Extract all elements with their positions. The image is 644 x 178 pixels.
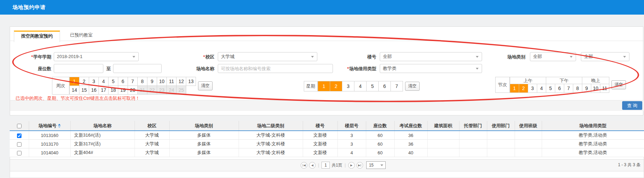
table-header-10[interactable]: 建筑面积 [427,121,459,131]
weekday-cell-7[interactable]: 7 [391,81,403,91]
table-header-6[interactable]: 楼号 [303,121,337,131]
building-label: 楼号 [345,52,376,62]
sort-icon[interactable] [58,124,61,128]
building-select[interactable]: 全部 [380,52,482,61]
row-checkbox[interactable] [17,151,22,155]
weekday-grid: 1234567 [318,81,403,91]
week-cell-18[interactable]: 18 [109,86,118,95]
campus-select[interactable]: 大学城 [218,52,317,61]
week-cell-16[interactable]: 16 [89,86,99,95]
table-cell: 3 [337,131,366,140]
table-header-2[interactable]: 场地名称 [70,121,135,131]
week-cell-24: 24 [167,86,177,95]
weekday-selector-label: 星期 [304,81,318,91]
period-cell-10[interactable]: 10 [591,84,600,93]
weekday-cell-6[interactable]: 6 [379,81,391,91]
borrow-type-select[interactable]: 教学类 [380,64,482,73]
table-header-9[interactable]: 考试座位数 [394,121,427,131]
period-cell-1[interactable]: 1 [510,84,519,93]
prev-page-button[interactable]: ◀ [309,162,316,169]
table-header-13[interactable]: 使用班级 [515,121,542,131]
search-button[interactable]: 查 询 [622,101,642,110]
weekday-clear-button[interactable]: 清空 [405,82,420,91]
weekday-selector: 星期 1234567 清空 [304,81,420,91]
first-page-button[interactable]: ◀ [301,162,307,169]
venue-name-input[interactable] [218,64,333,73]
week-clear-button[interactable]: 清空 [198,81,213,90]
week-cell-3[interactable]: 3 [89,77,99,86]
table-header-12[interactable]: 使用部门 [487,121,515,131]
table-cell: 40 [394,148,427,157]
week-cell-8[interactable]: 8 [138,77,147,86]
week-cell-4[interactable]: 4 [99,77,109,86]
table-header-8[interactable]: 座位数 [366,121,394,131]
week-cell-10[interactable]: 10 [157,77,167,86]
table-header-1[interactable]: 场地编号 [29,121,70,131]
tab-reserved-classroom[interactable]: 已预约教室 [63,31,100,40]
select-all-checkbox[interactable] [17,124,22,128]
borrow-type-label: *场地借用类型 [332,64,376,73]
table-cell [515,131,542,140]
table-cell: 大学城-文科楼 [239,131,303,140]
week-cell-6[interactable]: 6 [118,77,128,86]
table-cell: 大学城 [135,131,169,140]
period-cell-8[interactable]: 8 [573,84,582,93]
week-cell-13[interactable]: 13 [186,77,196,86]
table-cell: 1013170 [29,140,70,148]
period-clear-button[interactable]: 清空 [611,80,626,89]
table-cell [427,140,459,148]
weekday-cell-2[interactable]: 2 [330,81,342,91]
seats-min-input[interactable] [54,64,103,73]
period-cell-5[interactable]: 5 [546,84,555,93]
table-cell: 60 [366,131,394,140]
next-page-button[interactable]: ▶ [348,162,355,169]
venue-category-select-2[interactable]: 全部 [581,52,629,61]
venue-category-select-1[interactable]: 全部 [530,52,576,61]
week-cell-17[interactable]: 17 [99,86,109,95]
pagination-bar: ◀ ◀ | 共1页 | ▶ ▶ 15 [10,159,644,171]
page-number-input[interactable] [321,162,330,169]
table-header-4[interactable]: 场地类别 [169,121,239,131]
week-cell-20[interactable]: 20 [128,86,138,95]
week-cell-15[interactable]: 15 [79,86,89,95]
row-checkbox[interactable] [17,134,22,138]
week-cell-19[interactable]: 19 [118,86,128,95]
week-cell-1[interactable]: 1 [70,77,79,86]
table-header-14[interactable]: 场地借用类型 [542,121,644,131]
table-cell: 36 [394,140,427,148]
weekday-cell-1[interactable]: 1 [318,81,330,91]
period-cell-7[interactable]: 7 [564,84,573,93]
semester-select[interactable]: 2018-2019-1 [54,52,139,61]
table-header-11[interactable]: 托管部门 [459,121,487,131]
page-size-select[interactable]: 15 [366,161,386,169]
tab-free-classroom[interactable]: 按空闲教室预约 [14,31,60,42]
weekday-cell-4[interactable]: 4 [354,81,367,91]
week-cell-14[interactable]: 14 [70,86,79,95]
period-cell-3[interactable]: 3 [528,84,537,93]
table-header-3[interactable]: 校区 [135,121,169,131]
week-cell-11[interactable]: 11 [167,77,177,86]
weekday-cell-5[interactable]: 5 [367,81,379,91]
period-cell-6[interactable]: 6 [555,84,564,93]
period-cell-2[interactable]: 2 [519,84,528,93]
table-header-5[interactable]: 场地二级类别 [239,121,303,131]
week-cell-9[interactable]: 9 [147,77,157,86]
weekday-cell-3[interactable]: 3 [342,81,354,91]
period-cell-11[interactable]: 11 [600,84,609,93]
week-cell-12[interactable]: 12 [177,77,186,86]
table-cell: 文新404# [70,148,135,157]
seats-max-input[interactable] [113,64,161,73]
week-cell-7[interactable]: 7 [128,77,138,86]
week-cell-5[interactable]: 5 [109,77,118,86]
venue-name-input-wrap [218,64,333,73]
table-row: 1013160文新316#(活)大学城多媒体大学城-文科楼文新楼36036教学类… [10,131,644,140]
period-cell-9[interactable]: 9 [582,84,591,93]
last-page-button[interactable]: ▶ [357,162,363,169]
week-cell-2[interactable]: 2 [79,77,89,86]
table-cell [487,140,515,148]
table-cell [459,148,487,157]
table-header-7[interactable]: 楼层号 [337,121,366,131]
period-cell-4[interactable]: 4 [537,84,546,93]
row-checkbox[interactable] [17,142,22,147]
table-cell: 大学城-文科楼 [239,148,303,157]
